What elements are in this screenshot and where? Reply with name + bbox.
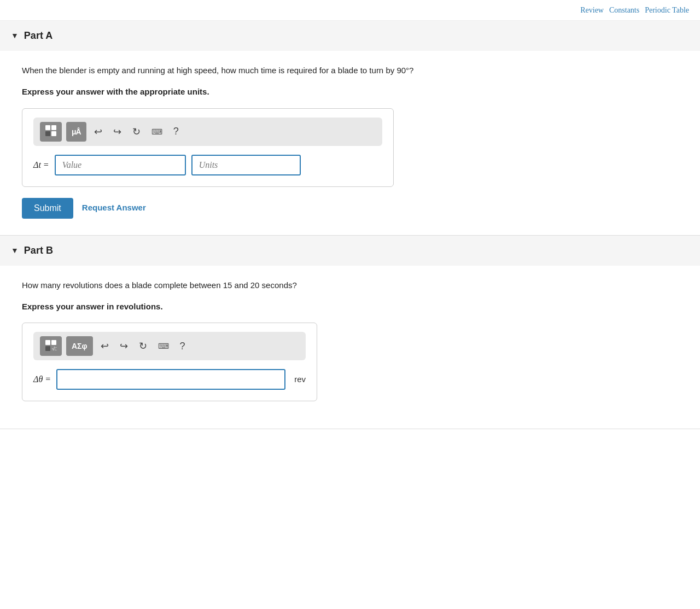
periodic-table-link[interactable]: Periodic Table	[645, 4, 689, 16]
svg-text:√□: √□	[52, 346, 57, 352]
template-icon	[45, 125, 57, 138]
part-b-help-icon: ?	[180, 341, 185, 352]
svg-rect-4	[45, 340, 50, 345]
part-a-template-btn[interactable]	[40, 122, 62, 142]
part-a-value-input[interactable]	[55, 155, 186, 175]
part-a-help-btn[interactable]: ?	[170, 124, 182, 139]
part-b-keyboard-icon: ⌨	[158, 342, 169, 350]
part-a-submit-btn[interactable]: Submit	[22, 198, 73, 219]
help-icon: ?	[173, 126, 179, 137]
part-a-submit-row: Submit Request Answer	[22, 198, 678, 219]
svg-rect-3	[51, 131, 56, 136]
part-b-redo-icon: ↪	[120, 340, 128, 352]
part-a-title: Part A	[24, 28, 52, 43]
part-a-instruction: Express your answer with the appropriate…	[22, 86, 678, 98]
part-b-symbols-icon: ΑΣφ	[72, 342, 88, 350]
part-a-header[interactable]: ▼ Part A	[0, 21, 700, 51]
part-b-unit-label: rev	[294, 373, 306, 386]
part-a-input-row: Δt =	[33, 155, 382, 175]
part-a-answer-box: μÅ ↩ ↪ ↻ ⌨ ?	[22, 108, 394, 187]
symbols-icon: μÅ	[72, 127, 81, 136]
part-b-question: How many revolutions does a blade comple…	[22, 279, 678, 292]
part-b-input-label: Δθ =	[33, 373, 51, 386]
part-b-title: Part B	[24, 243, 53, 258]
part-a-request-answer-link[interactable]: Request Answer	[82, 202, 146, 214]
part-b-refresh-btn[interactable]: ↻	[136, 338, 150, 354]
part-a-question: When the blender is empty and running at…	[22, 64, 678, 77]
part-b-section: ▼ Part B How many revolutions does a bla…	[0, 236, 700, 430]
part-b-answer-box: √□ ΑΣφ ↩ ↪ ↻	[22, 323, 317, 401]
part-a-section: ▼ Part A When the blender is empty and r…	[0, 21, 700, 236]
constants-link[interactable]: Constants	[609, 4, 639, 16]
part-b-header[interactable]: ▼ Part B	[0, 236, 700, 266]
part-b-instruction: Express your answer in revolutions.	[22, 301, 678, 313]
part-a-arrow: ▼	[11, 30, 19, 42]
part-b-refresh-icon: ↻	[139, 340, 147, 352]
svg-rect-0	[45, 125, 50, 130]
part-a-input-label: Δt =	[33, 159, 49, 172]
part-b-symbols-btn[interactable]: ΑΣφ	[66, 336, 93, 356]
review-link[interactable]: Review	[580, 4, 604, 16]
svg-rect-2	[45, 131, 50, 136]
part-b-arrow: ▼	[11, 245, 19, 256]
part-b-content: How many revolutions does a blade comple…	[0, 266, 700, 429]
part-b-input-row: Δθ = rev	[33, 369, 306, 390]
part-b-keyboard-btn[interactable]: ⌨	[155, 339, 172, 353]
svg-rect-5	[51, 340, 56, 345]
part-b-value-input[interactable]	[56, 369, 285, 390]
keyboard-icon: ⌨	[151, 127, 162, 136]
part-a-content: When the blender is empty and running at…	[0, 51, 700, 235]
top-nav: Review Constants Periodic Table	[0, 0, 700, 21]
part-b-template-btn[interactable]: √□	[40, 336, 62, 356]
undo-icon: ↩	[94, 126, 102, 138]
part-a-units-input[interactable]	[191, 155, 301, 175]
part-b-help-btn[interactable]: ?	[177, 338, 189, 354]
part-b-template-icon: √□	[45, 339, 57, 353]
part-a-refresh-btn[interactable]: ↻	[129, 124, 144, 140]
part-a-undo-btn[interactable]: ↩	[91, 124, 106, 140]
part-a-symbols-btn[interactable]: μÅ	[66, 122, 86, 142]
svg-rect-1	[51, 125, 56, 130]
redo-icon: ↪	[113, 126, 121, 138]
part-b-redo-btn[interactable]: ↪	[116, 338, 131, 354]
part-b-undo-icon: ↩	[101, 340, 109, 352]
part-b-toolbar: √□ ΑΣφ ↩ ↪ ↻	[33, 332, 306, 360]
part-a-redo-btn[interactable]: ↪	[110, 124, 125, 140]
part-a-toolbar: μÅ ↩ ↪ ↻ ⌨ ?	[33, 118, 382, 146]
part-b-undo-btn[interactable]: ↩	[97, 338, 112, 354]
svg-rect-6	[45, 346, 50, 351]
part-a-keyboard-btn[interactable]: ⌨	[148, 125, 166, 138]
refresh-icon: ↻	[132, 126, 141, 138]
